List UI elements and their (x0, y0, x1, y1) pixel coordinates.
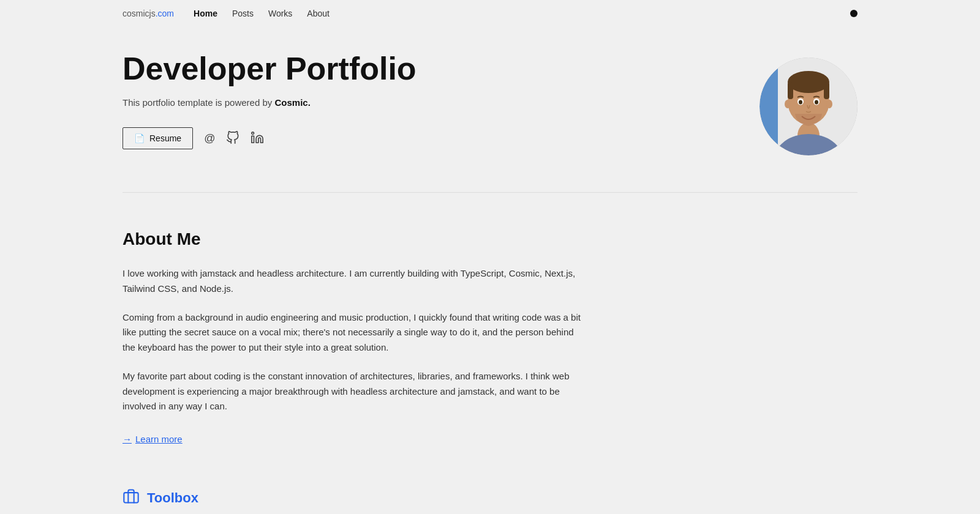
hero-actions: 📄 Resume @ (123, 127, 551, 149)
svg-rect-9 (788, 82, 793, 99)
svg-point-1 (252, 132, 254, 135)
email-icon-button[interactable]: @ (204, 133, 215, 144)
toolbox-header: Toolbox (123, 488, 858, 508)
svg-point-14 (815, 100, 818, 105)
svg-rect-17 (124, 493, 138, 502)
svg-point-13 (799, 100, 802, 105)
linkedin-icon-button[interactable] (251, 131, 264, 146)
section-divider (123, 192, 858, 193)
hero-subtitle: This portfolio template is powered by Co… (123, 97, 551, 108)
nav-link-about[interactable]: About (307, 9, 330, 18)
hero-subtitle-prefix: This portfolio template is powered by (123, 97, 274, 108)
resume-icon: 📄 (134, 133, 145, 143)
svg-point-15 (785, 100, 791, 108)
hero-title: Developer Portfolio (123, 51, 551, 86)
about-section: About Me I love working with jamstack an… (0, 211, 980, 482)
nav-brand: cosmicjs.com (123, 9, 174, 18)
nav-link-home[interactable]: Home (194, 9, 217, 18)
hero-content: Developer Portfolio This portfolio templ… (123, 51, 551, 149)
learn-more-label: Learn more (135, 434, 183, 444)
nav-link-posts[interactable]: Posts (232, 9, 254, 18)
svg-point-16 (826, 100, 832, 108)
svg-rect-4 (760, 58, 778, 155)
toolbox-icon (123, 488, 140, 508)
svg-rect-10 (824, 82, 829, 99)
nav-status-dot (850, 10, 858, 17)
navbar: cosmicjs.com Home Posts Works About (123, 0, 858, 27)
arrow-right-icon: → (123, 434, 132, 444)
hero-section: Developer Portfolio This portfolio templ… (0, 51, 980, 192)
svg-rect-0 (252, 136, 254, 143)
toolbox-title: Toolbox (147, 490, 198, 506)
svg-point-8 (788, 71, 829, 93)
about-paragraph-3: My favorite part about coding is the con… (123, 369, 588, 414)
about-paragraph-2: Coming from a background in audio engine… (123, 310, 588, 356)
resume-label: Resume (149, 133, 181, 143)
avatar (760, 58, 858, 155)
github-icon-button[interactable] (226, 131, 239, 146)
toolbox-section: Toolbox (0, 482, 980, 514)
learn-more-link[interactable]: → Learn more (123, 434, 183, 444)
resume-button[interactable]: 📄 Resume (123, 127, 193, 149)
nav-link-works[interactable]: Works (268, 9, 292, 18)
hero-subtitle-brand: Cosmic. (274, 97, 310, 108)
about-title: About Me (123, 229, 858, 249)
about-paragraph-1: I love working with jamstack and headles… (123, 266, 588, 297)
nav-links: cosmicjs.com Home Posts Works About (123, 9, 330, 18)
nav-brand-link[interactable]: .com (156, 9, 174, 18)
